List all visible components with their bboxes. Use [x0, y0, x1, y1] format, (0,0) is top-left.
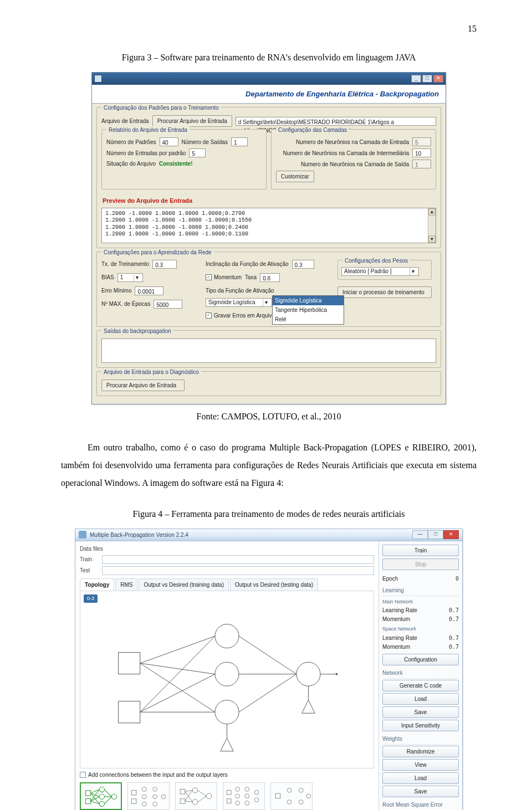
checkbox-add-connections[interactable]: Add connections between the input and th…: [80, 771, 374, 779]
tab-out-train[interactable]: Output vs Desired (training data): [139, 578, 229, 591]
svg-point-2: [215, 624, 239, 648]
maximize-button[interactable]: □: [428, 530, 443, 539]
svg-point-24: [99, 794, 104, 799]
label-neu-inter: Numero de Neurônios na Camada de Interme…: [283, 149, 409, 157]
maximize-button[interactable]: □: [422, 75, 432, 83]
view-weights-button[interactable]: View: [382, 759, 459, 771]
input-file-path[interactable]: d Settings\beto\Desktop\MESTRADO PRIORID…: [236, 117, 436, 126]
svg-point-69: [299, 788, 303, 792]
save-weights-button[interactable]: Save: [382, 786, 459, 797]
svg-point-60: [236, 801, 240, 805]
value-num-padroes: 40: [160, 137, 178, 146]
preview-textarea[interactable]: 1.2000 -1.0000 1.0000 1.0000 1.0000;0.27…: [101, 208, 436, 243]
preview-line: 1.2000 1.0000 -1.0000 1.0000 -1.0000;0.1…: [105, 231, 432, 238]
banner-text: Departamento de Engenharia Elétrica - Ba…: [245, 89, 439, 100]
topology-thumb[interactable]: [80, 782, 122, 810]
svg-point-42: [153, 794, 157, 799]
topology-thumb[interactable]: [270, 782, 313, 810]
dropdown-func-list[interactable]: Sigmóide Logística Tangente Hiperbólica …: [272, 295, 344, 325]
minimize-button[interactable]: _: [411, 75, 421, 83]
customize-button[interactable]: Customizar: [276, 171, 314, 182]
select-func-ativacao[interactable]: Sigmóide Logística▾: [206, 298, 272, 307]
tab-rms[interactable]: RMS: [115, 578, 137, 591]
close-button[interactable]: ✕: [433, 75, 443, 83]
input-max-epocas[interactable]: 5000: [154, 300, 182, 309]
input-tx-trein[interactable]: 0.3: [152, 260, 177, 269]
scroll-down-icon[interactable]: ▼: [428, 235, 436, 243]
label-lr: Learning Rate: [382, 606, 417, 614]
section-network: Network: [382, 669, 459, 679]
label-inclinacao: Inclinação da Função de Ativação: [206, 260, 289, 268]
save-button[interactable]: Save: [382, 706, 459, 718]
group-relatorio: Relatório do Arquivo de Entrada Número d…: [101, 129, 267, 189]
checkbox-gravar-erros[interactable]: ✓Gravar Erros em Arquivo: [206, 311, 275, 320]
value-lr-space: 0.7: [449, 634, 459, 642]
sensitivity-button[interactable]: Input Sensitivity: [382, 720, 459, 731]
label-arquivo-entrada: Arquivo de Entrada: [101, 117, 149, 125]
browse-diag-button[interactable]: Procurar Arquivo de Entrada: [101, 380, 185, 391]
scroll-up-icon[interactable]: ▲: [428, 208, 436, 216]
svg-point-49: [206, 793, 212, 799]
svg-point-23: [99, 787, 104, 792]
preview-line: 1.2000 1.0000 -1.0000 -1.0000 -1.0000;0.…: [105, 217, 432, 224]
select-pesos[interactable]: Aleatório [ Padrão ]▾: [341, 267, 419, 276]
load-weights-button[interactable]: Load: [382, 772, 459, 784]
input-train-file[interactable]: [102, 555, 374, 564]
group-diagnostico: Arquivo de Entrada para o Diagnóstico Pr…: [96, 371, 441, 396]
output-textarea[interactable]: [101, 339, 436, 363]
input-test-file[interactable]: [102, 566, 374, 575]
section-rms: Root Mean Square Error: [382, 801, 459, 811]
svg-point-39: [142, 794, 146, 799]
randomize-button[interactable]: Randomize: [382, 746, 459, 757]
minimize-button[interactable]: —: [412, 530, 428, 539]
svg-rect-22: [85, 798, 90, 803]
chevron-down-icon: ▾: [410, 267, 416, 275]
input-taxa[interactable]: 0.8: [260, 273, 280, 282]
close-button[interactable]: ✕: [443, 530, 459, 539]
svg-point-4: [215, 700, 239, 724]
svg-point-62: [245, 794, 249, 798]
preview-scrollbar[interactable]: ▲ ▼: [428, 208, 436, 243]
group-camadas: Configuração das Camadas Numero de Neurô…: [271, 129, 436, 189]
figure3-source: Fonte: CAMPOS, LOTUFO, et al., 2010: [61, 410, 477, 423]
value-neu-inter[interactable]: 10: [412, 148, 431, 157]
dropdown-option[interactable]: Relé: [273, 315, 344, 324]
value-situacao: Consistente!: [159, 160, 193, 168]
topology-thumb[interactable]: [223, 782, 265, 810]
network-diagram: [80, 591, 374, 768]
svg-point-58: [236, 787, 240, 791]
svg-rect-21: [85, 790, 90, 795]
label-gravar-erros: Gravar Erros em Arquivo: [214, 311, 275, 320]
svg-rect-36: [131, 790, 136, 795]
body-paragraph: Em outro trabalho, como é o caso do prog…: [61, 439, 477, 492]
svg-line-35: [104, 796, 111, 803]
svg-rect-66: [275, 793, 280, 798]
value-lr-main: 0.7: [449, 606, 459, 614]
svg-point-44: [161, 794, 166, 799]
train-button[interactable]: Train: [382, 545, 459, 556]
browse-input-button[interactable]: Procurar Arquivo de Entrada: [152, 115, 232, 127]
value-num-saidas: 1: [231, 137, 248, 146]
load-button[interactable]: Load: [382, 693, 459, 705]
configuration-button[interactable]: Configuration: [382, 654, 459, 665]
select-bias[interactable]: 1▾: [117, 273, 143, 282]
tab-topology[interactable]: Topology: [80, 578, 114, 591]
topology-thumb[interactable]: [127, 782, 170, 810]
start-training-button[interactable]: Iniciar o processo de treinamento: [337, 286, 432, 298]
tab-out-test[interactable]: Output vs Desired (testing data): [230, 578, 318, 591]
input-erro-min[interactable]: 0.0001: [135, 286, 163, 295]
label-max-epocas: Nº MAX. de Épocas: [101, 300, 150, 308]
svg-line-33: [104, 790, 111, 797]
dropdown-option[interactable]: Sigmóide Logística: [273, 296, 344, 305]
stop-button[interactable]: Stop: [382, 558, 459, 570]
banner: Departamento de Engenharia Elétrica - Ba…: [92, 85, 446, 104]
svg-rect-46: [180, 798, 185, 803]
topology-thumb[interactable]: [175, 782, 217, 810]
input-inclinacao[interactable]: 0.3: [292, 260, 314, 269]
topology-canvas[interactable]: 0-3: [80, 591, 374, 768]
genc-button[interactable]: Generate C code: [382, 680, 459, 691]
dropdown-option[interactable]: Tangente Hiperbólica: [273, 305, 344, 315]
svg-line-11: [140, 636, 215, 712]
checkbox-momentum[interactable]: ✓Momentum: [206, 273, 242, 281]
group-padroes-legend: Configuração dos Padrões para o Treiname…: [101, 104, 221, 112]
